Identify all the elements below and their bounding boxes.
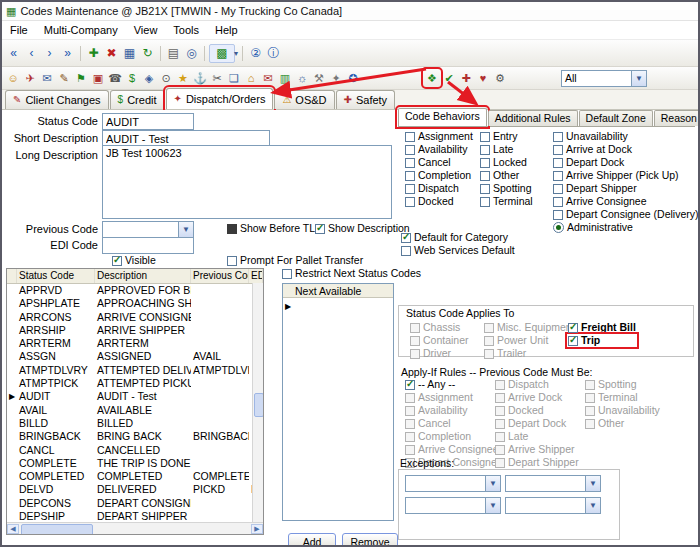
tab-dispatch-orders[interactable]: ✦Dispatch/Orders (166, 88, 274, 109)
chevron-down-icon[interactable]: ▼ (485, 476, 500, 491)
long-description-input[interactable]: JB Test 100623 (102, 145, 392, 219)
table-row[interactable]: DEPCONSDEPART CONSIGNEE (7, 497, 263, 510)
horizontal-scrollbar[interactable]: ◀ ▶ (7, 522, 263, 534)
checkbox-arrive-shipper-pick-up[interactable]: Arrive Shipper (Pick Up) (553, 170, 698, 181)
remove-button[interactable]: Remove (342, 533, 398, 547)
secondary-help-icon[interactable]: ② (247, 45, 264, 62)
checkbox-power-unit[interactable]: Power Unit (484, 335, 575, 346)
table-row[interactable]: ARRCONSARRIVE CONSIGNEE (7, 311, 263, 324)
chevron-down-icon[interactable]: ▼ (585, 498, 600, 513)
new-record-icon[interactable]: ✚ (85, 45, 102, 62)
menu-multi-company[interactable]: Multi-Company (36, 22, 126, 38)
checkbox-terminal[interactable]: Terminal (585, 392, 660, 403)
table-row[interactable]: COMPLETETHE TRIP IS DONE (7, 457, 263, 470)
image-menu-button[interactable]: ▩ (209, 44, 235, 63)
preferred-icon[interactable]: ♥ (475, 70, 491, 86)
table-row[interactable]: DELVDDELIVEREDPICKDD (7, 483, 263, 496)
menu-tools[interactable]: Tools (165, 22, 207, 38)
tools-icon[interactable]: ⚒ (311, 70, 327, 86)
chevron-down-icon[interactable]: ▼ (178, 222, 193, 237)
exception-combo-4[interactable]: ▼ (505, 497, 601, 514)
checkbox-other[interactable]: Other (480, 170, 533, 181)
checkbox-arrive-consignee[interactable]: Arrive Consignee (405, 444, 503, 455)
trips-icon[interactable]: ✈ (22, 70, 38, 86)
chevron-down-icon[interactable]: ▼ (631, 71, 646, 86)
table-row[interactable]: AVAILAVAILABLE (7, 404, 263, 417)
scrollbar-thumb[interactable] (254, 393, 264, 417)
checkbox-prompt-for-pallet-transfer[interactable]: Prompt For Pallet Transfer (227, 255, 363, 266)
checkbox-entry[interactable]: Entry (480, 131, 533, 142)
search-icon[interactable]: ◎ (183, 45, 200, 62)
table-row[interactable]: BRINGBACKBRING BACKBRINGBACK (7, 430, 263, 443)
checkbox-chassis[interactable]: Chassis (410, 322, 469, 333)
chevron-down-icon[interactable]: ▼ (585, 476, 600, 491)
checkbox-depart-dock[interactable]: Depart Dock (495, 418, 579, 429)
checkbox-cancel[interactable]: Cancel (405, 418, 503, 429)
edi-code-input[interactable] (102, 237, 194, 254)
vertical-scrollbar[interactable] (252, 283, 263, 522)
checkbox-locked[interactable]: Locked (480, 157, 533, 168)
home-icon[interactable]: ⌂ (243, 70, 259, 86)
table-row[interactable]: CANCLCANCELLED (7, 444, 263, 457)
mail-icon[interactable]: ✉ (260, 70, 276, 86)
subtab-additional-rules[interactable]: Additional Rules (488, 110, 578, 126)
refresh-icon[interactable]: ↻ (139, 45, 156, 62)
checkbox-container[interactable]: Container (410, 335, 469, 346)
edit-codes-icon[interactable]: ✎ (56, 70, 72, 86)
checkbox-dispatch[interactable]: Dispatch (405, 183, 473, 194)
codes-maintenance-icon[interactable]: ❖ (424, 70, 440, 86)
checkbox-restrict-next-status-codes[interactable]: Restrict Next Status Codes (282, 268, 421, 279)
add-button[interactable]: Add (288, 533, 336, 547)
first-record-icon[interactable]: « (5, 45, 22, 62)
checkbox-misc-equipment[interactable]: Misc. Equipment (484, 322, 575, 333)
info-icon[interactable]: ⓘ (265, 45, 282, 62)
checkbox-arrive-dock[interactable]: Arrive Dock (495, 392, 579, 403)
checkbox-trailer[interactable]: Trailer (484, 348, 575, 359)
security-icon[interactable]: ✦ (328, 70, 344, 86)
checkbox-terminal[interactable]: Terminal (480, 196, 533, 207)
table-row[interactable]: ATMPTPICKATTEMPTED PICKUP (7, 377, 263, 390)
add-item-icon[interactable]: ✚ (458, 70, 474, 86)
table-row[interactable]: ARRTERMARRTERM (7, 337, 263, 350)
checkbox-depart-shipper[interactable]: Depart Shipper (553, 183, 698, 194)
checkbox-arrive-at-dock[interactable]: Arrive at Dock (553, 144, 698, 155)
checkbox-spotting[interactable]: Spotting (480, 183, 533, 194)
terminal-icon[interactable]: ⚓ (192, 70, 208, 86)
checkbox-driver[interactable]: Driver (410, 348, 469, 359)
scrollbar-thumb[interactable] (21, 524, 93, 535)
checkbox-dispatch[interactable]: Dispatch (495, 379, 579, 390)
checkbox-trip[interactable]: Trip (568, 335, 636, 346)
filter-combo[interactable]: All▼ (561, 70, 647, 87)
last-record-icon[interactable]: » (59, 45, 76, 62)
copy-icon[interactable]: ❏ (226, 70, 242, 86)
orders-icon[interactable]: ▣ (90, 70, 106, 86)
tab-safety[interactable]: ✚Safety (336, 90, 396, 109)
checkbox-unavailability[interactable]: Unavailability (553, 131, 698, 142)
checkbox-completion[interactable]: Completion (405, 170, 473, 181)
checkbox-availability[interactable]: Availability (405, 144, 473, 155)
next-available-list[interactable]: Next Available ▶ (282, 283, 394, 521)
checkbox-assignment[interactable]: Assignment (405, 131, 473, 142)
shield-icon[interactable]: ✪ (345, 70, 361, 86)
checkbox-cancel[interactable]: Cancel (405, 157, 473, 168)
checkbox-availability[interactable]: Availability (405, 405, 503, 416)
column-header-status-code[interactable]: Status Code (17, 269, 95, 283)
checkbox-any[interactable]: -- Any -- (405, 379, 503, 390)
column-header-description[interactable]: Description (95, 269, 191, 283)
table-row[interactable]: COMPLETEDCOMPLETEDCOMPLETED (7, 470, 263, 483)
status-code-input[interactable] (102, 113, 194, 130)
dispatch-flag-icon[interactable]: ⚑ (73, 70, 89, 86)
save-icon[interactable]: ▦ (121, 45, 138, 62)
checkbox-depart-shipper[interactable]: Depart Shipper (495, 457, 579, 468)
table-row[interactable]: APPRVDAPPROVED FOR BILL (7, 284, 263, 297)
checkbox-completion[interactable]: Completion (405, 431, 503, 442)
table-row[interactable]: ASSGNASSIGNEDAVAIL (7, 350, 263, 363)
tab-credit[interactable]: $Credit (110, 90, 165, 109)
checkbox-unavailability[interactable]: Unavailability (585, 405, 660, 416)
menu-view[interactable]: View (126, 22, 166, 38)
cut-icon[interactable]: ✂ (209, 70, 225, 86)
print-icon[interactable]: ▤ (165, 45, 182, 62)
tab-os-d[interactable]: ⚠OS&D (274, 90, 334, 109)
table-row[interactable]: ATMPTDLVRYATTEMPTED DELIVERATMPTDLVRY (7, 364, 263, 377)
column-header-ed[interactable]: ED (249, 269, 263, 283)
